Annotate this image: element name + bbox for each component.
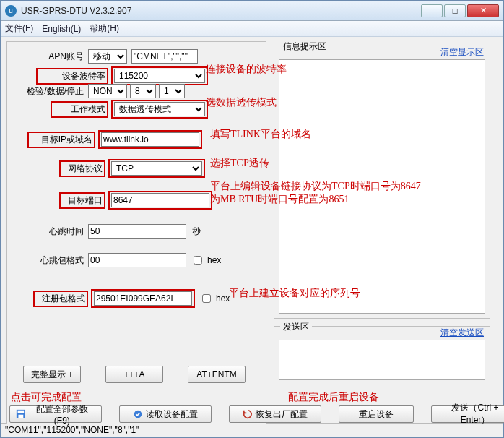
proto-label: 网络协议 bbox=[59, 160, 105, 177]
databits-select[interactable]: 8 bbox=[130, 84, 156, 98]
annot-baud: 连接设备的波特率 bbox=[206, 63, 287, 76]
annot-serial: 平台上建立设备对应的序列号 bbox=[229, 287, 360, 300]
close-button[interactable]: ✕ bbox=[467, 4, 499, 17]
annot-mode: 选数据透传模式 bbox=[206, 96, 277, 109]
parity-select[interactable]: NONE bbox=[88, 84, 127, 98]
baud-select[interactable]: 115200 bbox=[114, 69, 205, 83]
status-text: "COM11","115200","NONE","8","1" bbox=[5, 425, 139, 435]
apn-extra-input[interactable] bbox=[131, 49, 198, 64]
baud-label: 设备波特率 bbox=[36, 68, 108, 85]
proto-select[interactable]: TCP bbox=[111, 161, 202, 176]
menu-english[interactable]: English(L) bbox=[42, 24, 81, 34]
restore-button[interactable]: 恢复出厂配置 bbox=[229, 405, 321, 423]
annot-port-2: 为MB RTU时端口号配置为8651 bbox=[210, 193, 349, 206]
restore-icon bbox=[243, 409, 253, 419]
port-label: 目标端口 bbox=[59, 192, 105, 209]
config-all-button[interactable]: 配置全部参数(F9) bbox=[9, 405, 102, 423]
check-label: 检验/数据/停止 bbox=[7, 85, 84, 98]
send-group-title: 发送区 bbox=[280, 321, 312, 333]
disk-icon bbox=[16, 409, 26, 419]
plus-a-button[interactable]: +++A bbox=[105, 366, 163, 383]
clear-send-link[interactable]: 清空发送区 bbox=[440, 327, 484, 339]
at-entm-button[interactable]: AT+ENTM bbox=[188, 366, 246, 383]
port-input[interactable] bbox=[111, 193, 209, 207]
apn-select[interactable]: 移动 bbox=[88, 49, 127, 64]
send-button[interactable]: 发送（Ctrl + Enter） bbox=[431, 405, 504, 423]
maximize-button[interactable]: □ bbox=[444, 4, 466, 17]
svg-rect-1 bbox=[18, 411, 25, 413]
annot-reboot: 配置完成后重启设备 bbox=[288, 391, 379, 404]
svg-rect-2 bbox=[18, 415, 23, 418]
hb-time-label: 心跳时间 bbox=[7, 226, 84, 238]
titlebar: u USR-GPRS-DTU V2.3.2.907 — □ ✕ bbox=[1, 1, 503, 21]
hb-time-input[interactable] bbox=[88, 224, 186, 239]
send-textarea[interactable] bbox=[279, 340, 485, 380]
menu-file[interactable]: 文件(F) bbox=[5, 22, 33, 35]
full-display-button[interactable]: 完整显示 + bbox=[23, 366, 81, 383]
window-title: USR-GPRS-DTU V2.3.2.907 bbox=[21, 6, 421, 16]
mode-select[interactable]: 数据透传模式 bbox=[114, 102, 205, 116]
stopbits-select[interactable]: 1 bbox=[159, 84, 185, 98]
minimize-button[interactable]: — bbox=[421, 4, 443, 17]
right-panel: 信息提示区 清空显示区 发送区 清空发送区 bbox=[274, 41, 492, 424]
reg-hex-label: hex bbox=[216, 293, 230, 304]
read-config-button[interactable]: 读取设备配置 bbox=[119, 405, 212, 423]
info-group-title: 信息提示区 bbox=[280, 40, 329, 53]
annot-tcp: 选择TCP透传 bbox=[210, 157, 269, 170]
hb-hex-checkbox[interactable] bbox=[194, 256, 202, 265]
app-icon: u bbox=[5, 5, 17, 17]
mode-label: 工作模式 bbox=[51, 101, 108, 118]
hb-hex-label: hex bbox=[207, 255, 221, 265]
hb-fmt-label: 心跳包格式 bbox=[7, 254, 84, 267]
annot-port-1: 平台上编辑设备链接协议为TCP时端口号为8647 bbox=[210, 180, 421, 193]
reg-input[interactable] bbox=[94, 291, 192, 306]
ip-input[interactable] bbox=[101, 132, 199, 147]
ip-label: 目标IP或域名 bbox=[27, 132, 95, 148]
read-icon bbox=[133, 409, 143, 419]
apn-label: APN账号 bbox=[7, 51, 84, 63]
reg-hex-checkbox[interactable] bbox=[202, 294, 211, 303]
hb-time-unit: 秒 bbox=[192, 226, 201, 238]
app-window: u USR-GPRS-DTU V2.3.2.907 — □ ✕ 文件(F) En… bbox=[0, 0, 504, 438]
reboot-button[interactable]: 重启设备 bbox=[339, 405, 414, 423]
menu-help[interactable]: 帮助(H) bbox=[90, 22, 119, 35]
client-area: APN账号 移动 设备波特率 115200 检验/数据/停止 NONE 8 1 … bbox=[1, 37, 503, 423]
reg-label: 注册包格式 bbox=[33, 291, 88, 307]
hb-fmt-input[interactable] bbox=[88, 253, 186, 267]
menubar: 文件(F) English(L) 帮助(H) bbox=[1, 21, 503, 37]
send-group: 发送区 清空发送区 bbox=[274, 326, 490, 385]
annot-config: 点击可完成配置 bbox=[11, 391, 82, 404]
clear-info-link[interactable]: 清空显示区 bbox=[440, 46, 484, 59]
annot-domain: 填写TLINK平台的域名 bbox=[210, 128, 311, 141]
